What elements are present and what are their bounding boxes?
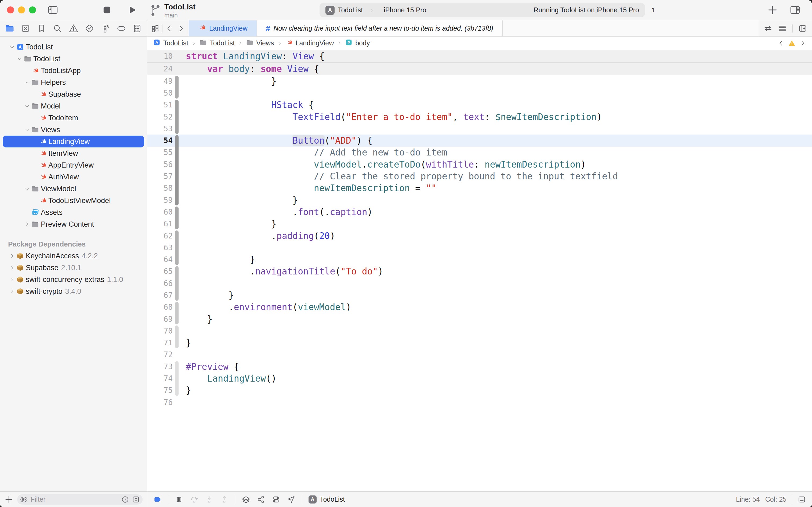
fold-ribbon[interactable] — [175, 242, 179, 253]
fold-ribbon[interactable] — [175, 207, 179, 218]
toggle-debug-area-icon[interactable] — [798, 495, 806, 504]
breadcrumb-todolist[interactable]: ATodoList — [153, 39, 188, 48]
add-file-icon[interactable] — [4, 495, 13, 504]
line-number[interactable]: 74 — [147, 374, 173, 383]
bookmark-navigator-icon[interactable] — [36, 22, 48, 35]
issue-navigator-icon[interactable] — [68, 22, 79, 35]
sticky-line-24[interactable]: 24 var body: some View { — [147, 63, 812, 75]
tab-landingview[interactable]: LandingView — [189, 20, 257, 36]
fold-ribbon[interactable] — [175, 135, 179, 146]
code-line-59[interactable]: 59 } — [147, 194, 812, 206]
code-line-55[interactable]: 55 // Add the new to-do item — [147, 147, 812, 158]
disclosure-down-icon[interactable] — [8, 44, 16, 50]
fold-ribbon[interactable] — [175, 266, 179, 277]
fold-ribbon[interactable] — [175, 76, 179, 87]
close-window-button[interactable] — [7, 6, 14, 13]
tree-item-todolist[interactable]: TodoList — [3, 53, 144, 65]
disclosure-down-icon[interactable] — [23, 103, 31, 109]
previous-issue-icon[interactable] — [777, 40, 785, 47]
find-navigator-icon[interactable] — [52, 22, 63, 35]
test-navigator-icon[interactable] — [83, 22, 95, 35]
code-line-69[interactable]: 69 } — [147, 313, 812, 325]
breakpoint-navigator-icon[interactable] — [115, 22, 127, 35]
tab-commit[interactable]: # Now clearing the input text field afte… — [257, 20, 503, 36]
line-number[interactable]: 59 — [147, 196, 173, 205]
tree-item-assets[interactable]: Assets — [3, 207, 144, 218]
pause-icon[interactable] — [175, 495, 183, 504]
line-number[interactable]: 51 — [147, 101, 173, 109]
toggle-right-sidebar-icon[interactable] — [790, 4, 801, 15]
code-line-76[interactable]: 76 — [147, 396, 812, 408]
line-number[interactable]: 60 — [147, 208, 173, 216]
fold-ribbon[interactable] — [175, 194, 179, 206]
tree-item-views[interactable]: Views — [3, 124, 144, 135]
package-item-supabase[interactable]: Supabase2.10.1 — [3, 262, 144, 274]
disclosure-right-icon[interactable] — [8, 253, 16, 259]
code-line-71[interactable]: 71} — [147, 337, 812, 349]
tree-item-viewmodel[interactable]: ViewModel — [3, 183, 144, 195]
minimap-icon[interactable] — [778, 24, 787, 33]
adjust-editor-icon[interactable] — [763, 24, 772, 33]
code-line-72[interactable]: 72 — [147, 349, 812, 361]
fold-ribbon[interactable] — [175, 87, 179, 98]
line-number[interactable]: 64 — [147, 255, 173, 264]
code-line-73[interactable]: 73#Preview { — [147, 361, 812, 373]
code-line-56[interactable]: 56 viewModel.createToDo(withTitle: newIt… — [147, 158, 812, 170]
line-number[interactable]: 70 — [147, 327, 173, 335]
code-line-64[interactable]: 64 } — [147, 253, 812, 265]
fold-ribbon[interactable] — [175, 289, 179, 300]
related-items-icon[interactable] — [151, 24, 160, 33]
code-line-51[interactable]: 51 HStack { — [147, 99, 812, 111]
line-number[interactable]: 67 — [147, 291, 173, 300]
zoom-window-button[interactable] — [29, 6, 36, 13]
step-out-icon[interactable] — [220, 495, 229, 504]
fold-ribbon[interactable] — [175, 123, 179, 134]
code-line-66[interactable]: 66 — [147, 277, 812, 289]
disclosure-right-icon[interactable] — [8, 288, 16, 294]
report-navigator-icon[interactable] — [131, 22, 143, 35]
line-number[interactable]: 72 — [147, 350, 173, 359]
issues-summary[interactable]: 1 — [649, 0, 655, 20]
code-line-74[interactable]: 74 LandingView() — [147, 373, 812, 384]
line-number[interactable]: 57 — [147, 172, 173, 181]
code-line-65[interactable]: 65 .navigationTitle("To do") — [147, 266, 812, 277]
line-number[interactable]: 52 — [147, 113, 173, 121]
sticky-line-10[interactable]: 10struct LandingView: View { — [147, 50, 812, 63]
breadcrumb-landingview[interactable]: LandingView — [285, 39, 334, 48]
debug-navigator-icon[interactable] — [99, 22, 111, 35]
view-hierarchy-icon[interactable] — [242, 495, 250, 504]
source-editor[interactable]: 10struct LandingView: View {24 var body:… — [147, 50, 812, 492]
disclosure-down-icon[interactable] — [23, 186, 31, 192]
recent-files-icon[interactable] — [121, 496, 129, 504]
tree-item-appentryview[interactable]: AppEntryView — [3, 159, 144, 171]
filter-input[interactable] — [31, 496, 118, 503]
breakpoints-toggle-icon[interactable] — [153, 495, 162, 504]
code-line-52[interactable]: 52 TextField("Enter a to-do item", text:… — [147, 111, 812, 123]
code-line-60[interactable]: 60 .font(.caption) — [147, 206, 812, 218]
fold-ribbon[interactable] — [175, 170, 179, 182]
line-number[interactable]: 66 — [147, 279, 173, 288]
scheme-bar[interactable]: A TodoList iPhone 15 Pro Running TodoLis… — [320, 3, 645, 17]
breadcrumb-views[interactable]: Views — [246, 39, 274, 48]
fold-ribbon[interactable] — [175, 373, 179, 384]
disclosure-right-icon[interactable] — [8, 265, 16, 271]
tree-item-landingview[interactable]: LandingView — [3, 135, 144, 148]
code-line-67[interactable]: 67 } — [147, 289, 812, 301]
line-number[interactable]: 61 — [147, 219, 173, 228]
code-line-75[interactable]: 75} — [147, 385, 812, 396]
line-number[interactable]: 76 — [147, 398, 173, 407]
line-number[interactable]: 55 — [147, 148, 173, 157]
tree-item-authview[interactable]: AuthView — [3, 171, 144, 183]
line-number[interactable]: 49 — [147, 77, 173, 86]
memory-graph-icon[interactable] — [257, 495, 265, 504]
line-number[interactable]: 54 — [147, 136, 173, 145]
tree-item-model[interactable]: Model — [3, 100, 144, 112]
code-line-58[interactable]: 58 newItemDescription = "" — [147, 182, 812, 194]
line-number[interactable]: 62 — [147, 231, 173, 240]
filter-field[interactable] — [17, 494, 142, 505]
next-issue-icon[interactable] — [799, 40, 806, 47]
run-destination[interactable]: iPhone 15 Pro — [384, 6, 426, 14]
line-number[interactable]: 50 — [147, 89, 173, 98]
fold-ribbon[interactable] — [175, 158, 179, 170]
package-item-keychainaccess[interactable]: KeychainAccess4.2.2 — [3, 250, 144, 262]
